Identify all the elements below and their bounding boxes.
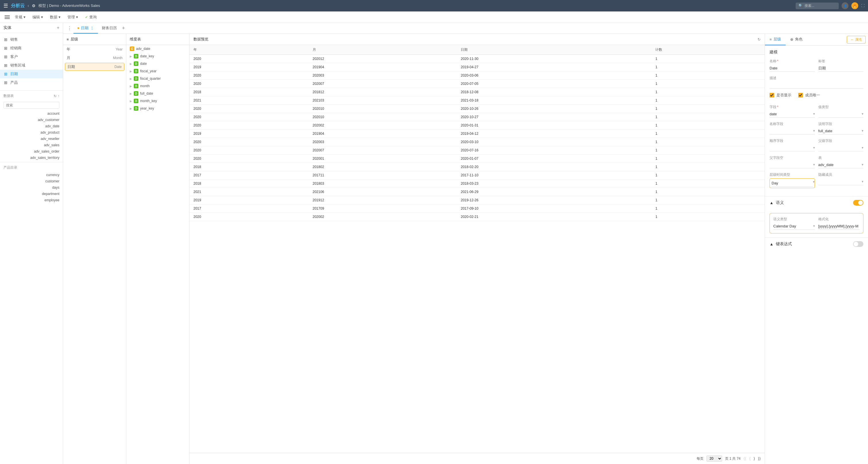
namefield-select[interactable] (770, 128, 815, 134)
dt-adv-sales-order[interactable]: adv_sales_order (0, 148, 63, 155)
key-expression-toggle[interactable] (853, 241, 863, 247)
table-row: 20202020032020-03-101 (189, 138, 765, 146)
is-display-checkbox[interactable] (770, 93, 774, 98)
hierarchy-date[interactable]: 日期 Date (65, 63, 124, 71)
hierarchy-year[interactable]: 年 Year (63, 45, 126, 54)
add-entity-btn[interactable]: + (57, 25, 59, 30)
semantics-toggle[interactable] (853, 200, 863, 206)
dt-customer[interactable]: customer (0, 178, 63, 185)
sidebar-item-sales-region[interactable]: ⊞ 销售区域 (0, 61, 63, 70)
name-input[interactable] (770, 65, 815, 72)
fullscreen-btn[interactable]: ⛶ (861, 4, 865, 8)
dt-adv-reseller[interactable]: adv_reseller (0, 136, 63, 142)
dim-month-key[interactable]: ▶ D month_key (126, 97, 189, 105)
dim-fiscal-year[interactable]: ▶ D fiscal_year (126, 67, 189, 75)
hierarchy-month[interactable]: 月 Month (63, 54, 126, 62)
tab-fiscal[interactable]: 财务日历 (98, 23, 121, 34)
table-cell: 2020 (189, 146, 309, 155)
dim-full-date[interactable]: ▶ D full_date (126, 90, 189, 97)
per-page-label: 每页 (696, 456, 704, 461)
table-cell: 2021 (189, 188, 309, 196)
dt-adv-sales-territory[interactable]: adv_sales_territory (0, 155, 63, 161)
dt-adv-customer[interactable]: adv_customer (0, 117, 63, 123)
dim-month[interactable]: ▶ D month (126, 82, 189, 90)
table-cell: 1 (651, 196, 765, 204)
dim-year-key[interactable]: ▶ D year_key (126, 105, 189, 112)
dim-fiscal-quarter[interactable]: ▶ D fiscal_quarter (126, 75, 189, 82)
leveltime-select[interactable]: Day (772, 180, 813, 187)
dt-employee[interactable]: employee (0, 197, 63, 203)
user-icon[interactable]: 👤 (842, 2, 848, 9)
sidebar-item-sales[interactable]: ⊞ 销售 (0, 35, 63, 44)
desc-input[interactable] (770, 82, 863, 89)
dt-adv-product[interactable]: adv_product (0, 129, 63, 136)
dim-badge-D8: D (134, 106, 138, 111)
dim-date-key[interactable]: ▶ D date_key (126, 53, 189, 60)
table-select[interactable]: adv_date (818, 161, 864, 168)
tab-add-btn[interactable]: + (122, 25, 125, 31)
menu-edit[interactable]: 编辑 ▾ (30, 13, 46, 21)
refresh-icon[interactable]: ↻ (54, 94, 57, 98)
search-box[interactable]: 🔍 搜索... (796, 3, 839, 9)
prop-tab-role[interactable]: ⊕ 角色 (786, 34, 807, 45)
data-table-search (0, 100, 63, 110)
hamburger-icon[interactable]: ☰ (3, 3, 8, 9)
menu-data[interactable]: 数据 ▾ (47, 13, 63, 21)
attr-btn-icon: ↔ (850, 38, 854, 41)
menu-manage[interactable]: 管理 ▾ (65, 13, 81, 21)
unique-member-checkbox[interactable] (798, 93, 803, 98)
first-page-btn[interactable]: ⟨⟨ (743, 456, 746, 461)
next-page-btn[interactable]: ⟩ (753, 456, 755, 461)
semantic-type-select[interactable]: Calendar Day (773, 223, 815, 230)
desc-field: 描述 (770, 76, 863, 89)
search-input[interactable] (3, 102, 59, 109)
attr-btn-label: 属性 (855, 37, 862, 42)
dt-department[interactable]: department (0, 191, 63, 197)
key-expression-header[interactable]: ▲ 键表达式 (765, 238, 868, 251)
tab-three-dots[interactable]: ⋮ (65, 26, 73, 31)
fire-icon[interactable]: 🔥 (851, 2, 858, 9)
hidden-member-select[interactable] (818, 178, 864, 185)
parentempty-select[interactable] (770, 161, 815, 168)
sidebar-item-product[interactable]: ⊞ 产品 (0, 78, 63, 87)
captionfield-select[interactable]: full_date (818, 128, 864, 134)
sidebar-item-date[interactable]: ⊞ 日期 (0, 70, 63, 78)
semantics-collapse-header[interactable]: ▲ 语义 (765, 196, 868, 209)
menu-normal[interactable]: 常规 ▾ (12, 13, 28, 21)
attr-btn[interactable]: ↔ 属性 (847, 36, 866, 43)
tab-date[interactable]: 日期 ⋮ (73, 23, 98, 34)
prop-tab-hierarchy[interactable]: ≡ 层级 (765, 34, 786, 45)
format-input[interactable] (818, 223, 860, 230)
sidebar-label-product: 产品 (10, 80, 18, 85)
back-btn[interactable]: ‹ (28, 3, 29, 8)
dim-adv-date[interactable]: E adv_date (126, 45, 189, 53)
dt-adv-sales[interactable]: adv_sales (0, 142, 63, 148)
namefield-wrap: 名称字段 (770, 122, 815, 134)
semantics-title: 语义 (776, 200, 784, 205)
sidebar-item-customer[interactable]: ⊞ 客户 (0, 53, 63, 61)
refresh-preview-icon[interactable]: ↻ (757, 37, 761, 41)
dim-date[interactable]: ▶ D date (126, 60, 189, 67)
dt-adv-date[interactable]: adv_date (0, 123, 63, 129)
field-valuetype-row: 字段 date 值类型 (770, 105, 863, 118)
dt-days[interactable]: days (0, 185, 63, 191)
dt-currency[interactable]: currency (0, 172, 63, 178)
caption-input[interactable] (818, 65, 864, 72)
last-page-btn[interactable]: ⟩⟩ (758, 456, 761, 461)
upload-icon[interactable]: ↑ (58, 94, 59, 98)
orderfield-select[interactable] (770, 144, 815, 152)
dt-account[interactable]: account (0, 110, 63, 117)
menu-hamburger[interactable] (3, 14, 11, 20)
name-caption-row: 名称 标签 (770, 59, 863, 72)
sidebar-item-dealer[interactable]: ⊞ 经销商 (0, 44, 63, 53)
field-select[interactable]: date (770, 111, 815, 118)
dim-chevron-6: ▶ (130, 92, 132, 95)
prev-page-btn[interactable]: ⟨ (749, 456, 751, 461)
menu-data-arrow: ▾ (59, 15, 61, 19)
parentfield-select[interactable] (818, 144, 864, 152)
table-row: 20202020022020-01-311 (189, 121, 765, 130)
valuetype-select[interactable] (818, 111, 864, 118)
table-cell: 2020-01-31 (457, 121, 651, 130)
per-page-select[interactable]: 2050100 (706, 455, 722, 462)
menu-query[interactable]: ✓ 查询 (82, 13, 100, 21)
